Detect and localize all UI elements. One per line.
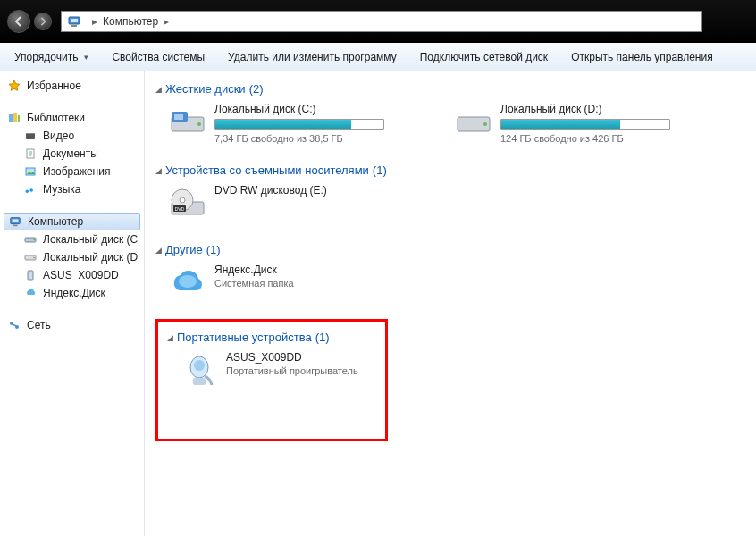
svg-rect-4: [13, 113, 17, 122]
drive-icon: [23, 232, 38, 247]
section-count: (1): [315, 331, 330, 344]
highlight-rectangle: ◢ Портативные устройства (1) ASUS_X009DD…: [155, 319, 388, 441]
sidebar-label: Изображения: [43, 165, 110, 178]
sidebar-drive-c[interactable]: Локальный диск (C: [0, 230, 144, 248]
nav-forward-button[interactable]: [34, 13, 52, 30]
section-header[interactable]: ◢ Портативные устройства (1): [167, 327, 376, 348]
drive-yandex[interactable]: Яндекс.Диск Системная папка: [164, 260, 415, 306]
sidebar-library-documents[interactable]: Документы: [0, 145, 144, 163]
svg-point-28: [180, 197, 185, 203]
drive-subtitle: Системная папка: [214, 278, 294, 289]
sidebar-label: Видео: [43, 130, 74, 142]
capacity-bar: [500, 119, 670, 130]
svg-rect-5: [18, 115, 20, 122]
sidebar-label: Сеть: [27, 319, 51, 331]
chevron-right-icon[interactable]: ▸: [87, 15, 103, 28]
svg-rect-22: [174, 114, 183, 120]
svg-point-16: [33, 257, 35, 259]
sidebar-label: Компьютер: [28, 215, 83, 228]
svg-rect-3: [9, 114, 13, 122]
section-header[interactable]: ◢ Жесткие диски (2): [155, 79, 745, 99]
sidebar-label: Музыка: [43, 183, 80, 196]
portable-player-icon: [180, 351, 219, 390]
collapse-icon: ◢: [155, 85, 162, 94]
device-subtitle: Портативный проигрыватель: [226, 365, 358, 376]
computer-icon: [8, 214, 22, 229]
device-asus[interactable]: ASUS_X009DD Портативный проигрыватель: [176, 348, 362, 394]
sidebar-library-pictures[interactable]: Изображения: [0, 163, 144, 180]
svg-point-9: [28, 170, 29, 172]
drive-dvd[interactable]: DVD DVD RW дисковод (E:): [164, 180, 415, 227]
dvd-drive-icon: DVD: [168, 184, 207, 223]
svg-rect-1: [71, 19, 78, 22]
sidebar-label: Избранное: [27, 80, 81, 92]
drive-d[interactable]: Локальный диск (D:) 124 ГБ свободно из 4…: [450, 99, 701, 147]
app-icon-1: [713, 4, 749, 39]
documents-icon: [23, 147, 38, 161]
sidebar-favorites[interactable]: Избранное: [0, 77, 144, 95]
libraries-icon: [7, 111, 21, 125]
device-name: ASUS_X009DD: [226, 351, 358, 364]
sidebar-label: Локальный диск (D: [43, 251, 138, 264]
section-title: Другие: [165, 243, 203, 256]
window-titlebar: ▸ Компьютер ▸: [0, 0, 756, 43]
svg-point-31: [179, 275, 197, 288]
sidebar-label: Библиотеки: [27, 112, 85, 124]
network-icon: [7, 318, 21, 332]
section-header[interactable]: ◢ Устройства со съемными носителями (1): [155, 160, 745, 180]
section-removable: ◢ Устройства со съемными носителями (1) …: [155, 160, 745, 227]
sidebar-drive-asus[interactable]: ASUS_X009DD: [0, 266, 144, 284]
nav-back-button[interactable]: [7, 10, 30, 33]
navigation-pane: Избранное Библиотеки Видео Документы Изо…: [0, 71, 145, 536]
sidebar-label: Документы: [43, 147, 98, 160]
drive-name: DVD RW дисковод (E:): [214, 184, 327, 197]
sidebar-label: ASUS_X009DD: [43, 269, 119, 281]
capacity-bar: [214, 119, 384, 130]
drive-name: Яндекс.Диск: [214, 264, 294, 276]
sidebar-label: Локальный диск (C: [43, 233, 138, 246]
drive-name: Локальный диск (C:): [214, 103, 384, 115]
sidebar-library-music[interactable]: Музыка: [0, 180, 144, 198]
section-other: ◢ Другие (1) Яндекс.Диск Системная папка: [155, 239, 745, 306]
drive-c[interactable]: Локальный диск (C:) 7,34 ГБ свободно из …: [164, 99, 415, 147]
drive-name: Локальный диск (D:): [500, 103, 670, 115]
svg-point-33: [194, 360, 205, 371]
drive-free-text: 124 ГБ свободно из 426 ГБ: [500, 133, 670, 144]
pictures-icon: [23, 164, 38, 179]
star-icon: [7, 79, 21, 93]
content-pane: ◢ Жесткие диски (2) Локальный диск (C:) …: [145, 71, 756, 536]
section-title: Устройства со съемными носителями: [165, 163, 369, 177]
uninstall-program-button[interactable]: Удалить или изменить программу: [219, 47, 406, 67]
svg-rect-2: [71, 25, 77, 27]
svg-rect-6: [26, 133, 35, 139]
section-count: (1): [373, 163, 387, 177]
svg-rect-11: [13, 219, 19, 222]
svg-text:DVD: DVD: [175, 206, 185, 212]
drive-free-text: 7,34 ГБ свободно из 38,5 ГБ: [214, 133, 384, 144]
video-icon: [23, 129, 38, 143]
sidebar-yandex-disk[interactable]: Яндекс.Диск: [0, 284, 144, 302]
system-properties-button[interactable]: Свойства системы: [103, 47, 214, 67]
sidebar-libraries[interactable]: Библиотеки: [0, 109, 144, 127]
collapse-icon: ◢: [155, 246, 162, 255]
hard-drive-icon: [454, 103, 493, 142]
address-bar[interactable]: ▸ Компьютер ▸: [61, 11, 702, 32]
sidebar-drive-d[interactable]: Локальный диск (D: [0, 248, 144, 266]
sidebar-network[interactable]: Сеть: [0, 316, 144, 334]
sidebar-library-video[interactable]: Видео: [0, 127, 144, 145]
open-control-panel-button[interactable]: Открыть панель управления: [562, 47, 722, 67]
map-network-drive-button[interactable]: Подключить сетевой диск: [411, 47, 557, 67]
hard-drive-icon: [168, 103, 207, 142]
svg-rect-17: [28, 271, 33, 280]
section-header[interactable]: ◢ Другие (1): [155, 239, 745, 260]
section-portable: ◢ Портативные устройства (1) ASUS_X009DD…: [167, 327, 376, 394]
cloud-icon: [23, 286, 38, 300]
section-count: (1): [206, 243, 221, 256]
sidebar-computer[interactable]: Компьютер: [4, 213, 140, 230]
svg-point-25: [483, 122, 487, 126]
chevron-right-icon[interactable]: ▸: [158, 15, 174, 28]
breadcrumb-computer[interactable]: Компьютер: [103, 15, 158, 28]
organize-menu[interactable]: Упорядочить: [5, 47, 97, 67]
cloud-folder-icon: [168, 264, 207, 303]
sidebar-label: Яндекс.Диск: [43, 287, 105, 299]
